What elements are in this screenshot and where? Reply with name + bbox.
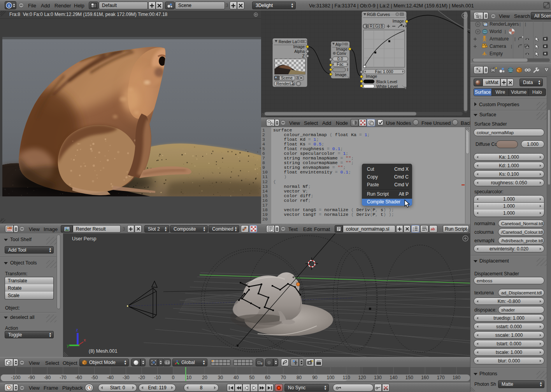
svg-text:1: 1 bbox=[413, 227, 414, 229]
svg-text:180: 180 bbox=[453, 375, 460, 380]
svg-text:120: 120 bbox=[358, 375, 366, 380]
svg-text:|: | bbox=[514, 37, 516, 41]
svg-text:Z: Z bbox=[302, 54, 305, 58]
svg-text:140: 140 bbox=[390, 375, 397, 380]
svg-text:130: 130 bbox=[374, 375, 382, 380]
svg-text:90: 90 bbox=[312, 375, 318, 380]
svg-text:-80: -80 bbox=[44, 375, 51, 380]
svg-text:y: y bbox=[67, 343, 69, 348]
svg-text:2: 2 bbox=[413, 229, 414, 231]
svg-text:i: i bbox=[8, 3, 9, 8]
svg-text:-10: -10 bbox=[154, 375, 161, 380]
svg-text:World: World bbox=[490, 29, 502, 34]
svg-text:Scene: Scene bbox=[281, 75, 293, 80]
svg-text:-20: -20 bbox=[138, 375, 145, 380]
svg-text:Camera: Camera bbox=[490, 44, 506, 49]
svg-text:70: 70 bbox=[281, 375, 286, 380]
svg-text:-60: -60 bbox=[75, 375, 82, 380]
svg-text:|: | bbox=[505, 29, 506, 34]
svg-text:ab: ab bbox=[431, 227, 435, 231]
svg-text:110: 110 bbox=[342, 375, 350, 380]
svg-text:I: I bbox=[347, 67, 348, 72]
svg-text:x: x bbox=[84, 338, 86, 342]
svg-text:10: 10 bbox=[186, 375, 192, 380]
svg-text:Image: Image bbox=[366, 74, 377, 79]
svg-text:Fac: Fac bbox=[337, 62, 344, 66]
svg-text:z: z bbox=[76, 327, 78, 332]
svg-text:100: 100 bbox=[326, 375, 334, 380]
svg-text:8: 8 bbox=[261, 362, 263, 365]
svg-text:20: 20 bbox=[202, 375, 207, 380]
svg-text:|: | bbox=[519, 22, 521, 26]
svg-text:R: R bbox=[370, 24, 373, 28]
svg-text:-30: -30 bbox=[123, 375, 130, 380]
svg-text:50: 50 bbox=[249, 375, 255, 380]
svg-text:Fac 1.000: Fac 1.000 bbox=[375, 69, 393, 74]
svg-text:(8) Mesh.001: (8) Mesh.001 bbox=[89, 348, 118, 354]
svg-text:0: 0 bbox=[172, 375, 175, 380]
svg-text:Alp: Alp bbox=[335, 42, 341, 47]
svg-text:G: G bbox=[375, 24, 378, 28]
svg-text:-100: -100 bbox=[11, 375, 20, 380]
svg-text:80: 80 bbox=[297, 375, 302, 380]
svg-text:160: 160 bbox=[421, 375, 429, 380]
svg-text:Empty: Empty bbox=[490, 51, 503, 56]
svg-text:-70: -70 bbox=[60, 375, 67, 380]
svg-text:-90: -90 bbox=[28, 375, 35, 380]
svg-text:RenderLayers: RenderLayers bbox=[490, 21, 519, 27]
svg-text:30: 30 bbox=[218, 375, 223, 380]
svg-text:White Level: White Level bbox=[376, 84, 398, 89]
svg-text:Image: Image bbox=[335, 72, 346, 77]
svg-text:User Persp: User Persp bbox=[72, 236, 97, 242]
svg-text:RGB Curves: RGB Curves bbox=[367, 12, 390, 17]
svg-text:150: 150 bbox=[405, 375, 413, 380]
svg-text:B: B bbox=[381, 24, 383, 28]
svg-text:RenderLa: RenderLa bbox=[276, 81, 294, 86]
svg-text:-40: -40 bbox=[107, 375, 114, 380]
svg-text:3: 3 bbox=[296, 75, 298, 80]
svg-text:Image: Image bbox=[393, 19, 404, 23]
svg-text:0.0: 0.0 bbox=[337, 56, 343, 61]
svg-text:Render La: Render La bbox=[279, 40, 297, 44]
svg-text:Conv: Conv bbox=[337, 51, 346, 56]
svg-text:60: 60 bbox=[265, 375, 270, 380]
svg-text:|: | bbox=[511, 44, 512, 49]
svg-text:Alpha: Alpha bbox=[294, 49, 305, 54]
svg-text:Image: Image bbox=[293, 44, 305, 49]
svg-text:-50: -50 bbox=[91, 375, 98, 380]
svg-text:Armature: Armature bbox=[490, 36, 509, 42]
svg-text:|: | bbox=[525, 22, 526, 26]
svg-text:170: 170 bbox=[437, 375, 445, 380]
svg-text:40: 40 bbox=[233, 375, 239, 380]
svg-text:Black Level: Black Level bbox=[376, 79, 397, 84]
